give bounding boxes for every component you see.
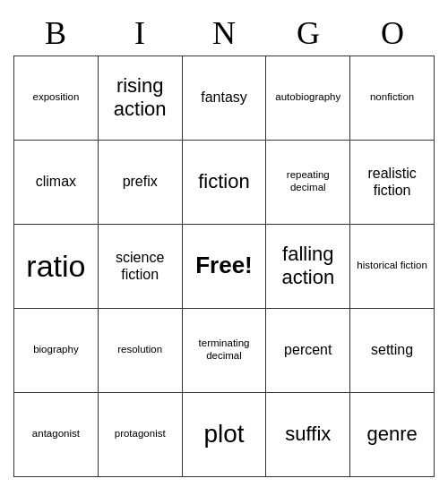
header-letter: B <box>13 11 98 56</box>
bingo-cell[interactable]: realistic fiction <box>350 141 435 225</box>
bingo-cell[interactable]: fiction <box>183 141 267 225</box>
bingo-cell[interactable]: science fiction <box>99 225 183 309</box>
bingo-cell[interactable]: ratio <box>14 225 99 309</box>
bingo-card: BINGO expositionrising actionfantasyauto… <box>13 11 435 477</box>
bingo-grid: expositionrising actionfantasyautobiogra… <box>13 56 435 477</box>
bingo-cell[interactable]: terminating decimal <box>183 309 267 393</box>
bingo-cell[interactable]: plot <box>183 393 267 477</box>
bingo-cell[interactable]: historical fiction <box>350 225 435 309</box>
header-letter: I <box>98 11 182 56</box>
bingo-cell[interactable]: suffix <box>266 393 350 477</box>
bingo-cell[interactable]: falling action <box>266 225 350 309</box>
bingo-cell[interactable]: exposition <box>14 56 99 141</box>
bingo-header: BINGO <box>13 11 435 56</box>
bingo-cell[interactable]: prefix <box>99 141 183 225</box>
bingo-cell[interactable]: nonfiction <box>350 56 435 141</box>
bingo-cell[interactable]: percent <box>266 309 350 393</box>
bingo-cell[interactable]: protagonist <box>99 393 183 477</box>
bingo-cell[interactable]: genre <box>350 393 435 477</box>
bingo-cell[interactable]: Free! <box>183 225 267 309</box>
bingo-cell[interactable]: rising action <box>99 56 183 141</box>
bingo-cell[interactable]: setting <box>350 309 435 393</box>
bingo-cell[interactable]: autobiography <box>266 56 350 141</box>
header-letter: N <box>182 11 266 56</box>
bingo-cell[interactable]: resolution <box>99 309 183 393</box>
bingo-cell[interactable]: antagonist <box>14 393 99 477</box>
bingo-cell[interactable]: repeating decimal <box>266 141 350 225</box>
header-letter: O <box>350 11 435 56</box>
bingo-cell[interactable]: biography <box>14 309 99 393</box>
bingo-cell[interactable]: fantasy <box>183 56 267 141</box>
header-letter: G <box>266 11 350 56</box>
bingo-cell[interactable]: climax <box>14 141 99 225</box>
